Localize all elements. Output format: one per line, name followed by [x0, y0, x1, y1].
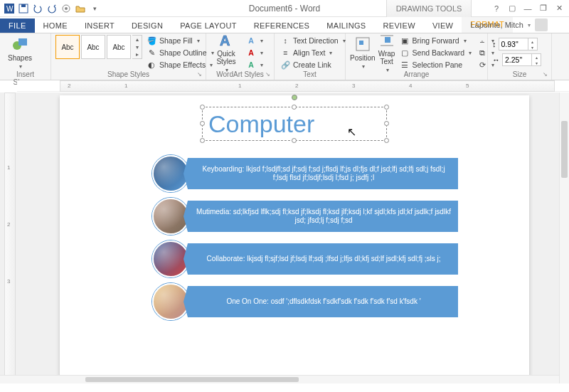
text-effects-button[interactable]: A▾ [245, 59, 265, 70]
text-direction-button[interactable]: ↕Text Direction▾ [279, 35, 347, 46]
text-outline-icon: A [246, 48, 256, 58]
align-text-icon: ≡ [280, 48, 290, 58]
ribbon-display-options-icon[interactable]: ▢ [505, 2, 519, 15]
shape-outline-button[interactable]: ✎Shape Outline▾ [145, 47, 216, 58]
bucket-icon: 🪣 [147, 36, 156, 46]
selection-pane-button[interactable]: ☰Selection Pane [398, 59, 474, 70]
tab-view[interactable]: VIEW [424, 18, 462, 33]
svg-rect-7 [18, 38, 27, 46]
bring-forward-button[interactable]: ▣Bring Forward▾ [398, 35, 474, 46]
group-label: Shape Styles [55, 70, 201, 80]
qat-customize-icon[interactable]: ▾ [88, 2, 101, 15]
smartart-row[interactable]: Keyboarding: lkjsd f;lsdjfl;sd jf;sdj f;… [152, 157, 458, 191]
link-icon: 🔗 [280, 60, 290, 70]
align-text-button[interactable]: ≡Align Text▾ [279, 47, 347, 58]
tab-review[interactable]: REVIEW [375, 18, 424, 33]
resize-handle[interactable] [292, 105, 297, 110]
resize-handle[interactable] [384, 138, 389, 143]
wordart-text[interactable]: Computer [203, 107, 386, 140]
tab-design[interactable]: DESIGN [123, 18, 171, 33]
undo-icon[interactable] [31, 2, 44, 15]
close-icon[interactable]: ✕ [552, 2, 566, 15]
document-title: Document6 - Word [249, 4, 320, 14]
dialog-launcher-icon[interactable]: ↘ [543, 71, 550, 78]
create-link-button[interactable]: 🔗Create Link [279, 59, 347, 70]
position-button[interactable]: Position▾ [350, 35, 376, 70]
word-icon[interactable]: W [3, 2, 16, 15]
group-text: ↕Text Direction▾ ≡Align Text▾ 🔗Create Li… [275, 33, 346, 80]
resize-handle[interactable] [384, 105, 389, 110]
rotate-handle[interactable] [292, 95, 297, 100]
scrollbar-thumb[interactable] [85, 377, 299, 382]
dialog-launcher-icon[interactable]: ↘ [197, 71, 204, 78]
tab-references[interactable]: REFERENCES [245, 18, 318, 33]
group-label: Size [492, 70, 547, 80]
vertical-ruler[interactable]: 1 2 3 [4, 92, 16, 383]
resize-handle[interactable] [292, 138, 297, 143]
width-input[interactable]: ▴▾ [502, 53, 541, 66]
redo-icon[interactable] [46, 2, 58, 15]
user-account[interactable]: Lapointe, Mitch▾ [470, 18, 548, 31]
tab-home[interactable]: HOME [35, 18, 76, 33]
smartart-row[interactable]: Mutimedia: sd;lkfjsd lflk;sdj fl;ksd jf;… [152, 199, 458, 233]
text-effects-icon: A [246, 60, 256, 70]
minimize-icon[interactable]: — [521, 2, 535, 15]
text-direction-icon: ↕ [280, 36, 290, 46]
touch-mode-icon[interactable] [60, 2, 73, 15]
ribbon: Shapes▾ Insert Shapes Abc Abc Abc ▴▾▸ 🪣S… [0, 33, 569, 80]
group-label: WordArt Styles [211, 70, 270, 80]
tab-page-layout[interactable]: PAGE LAYOUT [171, 18, 245, 33]
tab-insert[interactable]: INSERT [76, 18, 123, 33]
svg-text:W: W [6, 5, 14, 13]
svg-rect-11 [385, 37, 390, 43]
restore-icon[interactable]: ❐ [536, 2, 551, 15]
smartart-row[interactable]: One On One: osdf ';dflsdkfdsk f'sdkf'sdk… [152, 285, 458, 319]
send-backward-icon: ▢ [400, 48, 410, 58]
avatar-icon [535, 18, 548, 31]
resize-handle[interactable] [200, 138, 205, 143]
send-backward-button[interactable]: ▢Send Backward▾ [398, 47, 474, 58]
position-icon [354, 36, 371, 53]
dialog-launcher-icon[interactable]: ↘ [265, 71, 272, 78]
page[interactable]: Computer ↖ Keyboarding: lkjsd f;lsdjfl;s… [60, 95, 529, 383]
group-label: Text [279, 70, 341, 80]
group-label: Arrange [350, 70, 483, 80]
resize-handle[interactable] [200, 121, 205, 126]
rotate-icon: ⟳ [477, 60, 487, 70]
style-preset-1[interactable]: Abc [55, 35, 80, 59]
smartart-text: Mutimedia: sd;lkfjsd lflk;sdj fl;ksd jf;… [196, 208, 451, 226]
vertical-scrollbar[interactable] [559, 92, 569, 383]
svg-rect-3 [21, 4, 26, 7]
shape-effects-button[interactable]: ◐Shape Effects▾ [145, 59, 216, 70]
shape-fill-button[interactable]: 🪣Shape Fill▾ [145, 35, 216, 46]
svg-text:A: A [220, 33, 230, 48]
scrollbar-thumb[interactable] [561, 121, 568, 178]
open-folder-icon[interactable] [74, 2, 87, 15]
quick-styles-button[interactable]: A Quick Styles▾ [211, 35, 242, 70]
tab-mailings[interactable]: MAILINGS [318, 18, 374, 33]
resize-handle[interactable] [384, 121, 389, 126]
selection-pane-icon: ☰ [400, 60, 410, 70]
shape-style-gallery[interactable]: Abc Abc Abc ▴▾▸ [55, 35, 142, 59]
height-input[interactable]: ▴▾ [499, 38, 538, 51]
help-icon[interactable]: ? [489, 2, 504, 15]
style-preset-2[interactable]: Abc [81, 35, 105, 59]
shapes-button[interactable]: Shapes▾ [4, 35, 36, 70]
smartart-row[interactable]: Collaborate: lkjsdj fl;sjf;lsd jf;lsdj l… [152, 242, 458, 276]
wordart-selection[interactable]: Computer [202, 107, 387, 141]
save-icon[interactable] [17, 2, 30, 15]
horizontal-ruler[interactable]: 2 1 1 2 3 4 5 [17, 80, 569, 92]
style-preset-3[interactable]: Abc [107, 35, 131, 59]
gallery-more[interactable]: ▴▾▸ [132, 35, 142, 59]
tab-file[interactable]: FILE [0, 18, 35, 33]
group-shape-styles: Abc Abc Abc ▴▾▸ 🪣Shape Fill▾ ✎Shape Outl… [51, 33, 206, 80]
resize-handle[interactable] [200, 105, 205, 110]
text-outline-button[interactable]: A▾ [245, 47, 265, 58]
text-fill-button[interactable]: A▾ [245, 35, 265, 46]
svg-rect-10 [359, 41, 363, 45]
height-icon: ↕ [492, 40, 496, 48]
smartart-text: Keyboarding: lkjsd f;lsdjfl;sd jf;sdj f;… [196, 165, 451, 183]
horizontal-scrollbar[interactable] [0, 375, 559, 383]
group-icon: ⧉ [477, 48, 487, 58]
wrap-text-button[interactable]: Wrap Text▾ [378, 35, 395, 70]
